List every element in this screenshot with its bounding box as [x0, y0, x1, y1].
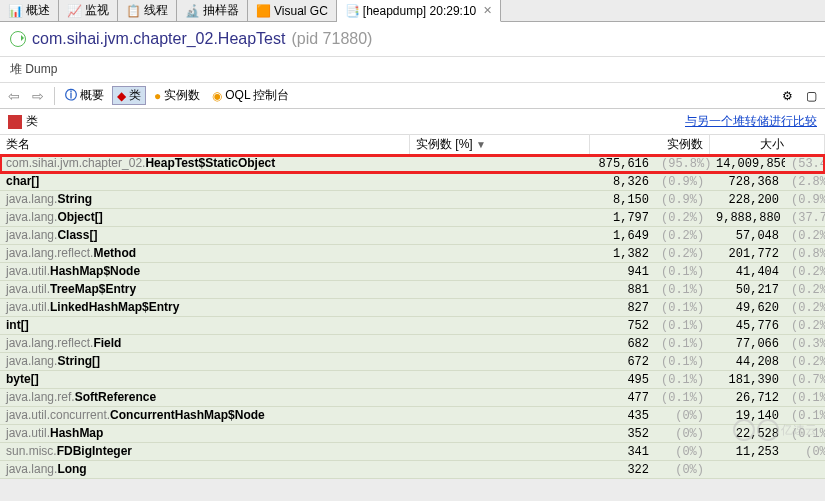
- count-pct-cell: (0.1%): [655, 300, 710, 316]
- close-icon[interactable]: ✕: [483, 4, 492, 17]
- refresh-icon[interactable]: [10, 31, 26, 47]
- tab-visualgc[interactable]: 🟧Visual GC: [248, 0, 337, 21]
- classes-icon: ◆: [117, 89, 126, 103]
- count-cell: 1,797: [590, 210, 655, 226]
- count-cell: 8,326: [590, 174, 655, 190]
- size-cell: 41,404: [710, 264, 785, 280]
- size-cell: 11,253: [710, 444, 785, 460]
- size-cell: 57,048: [710, 228, 785, 244]
- table-row[interactable]: java.lang.String[]672(0.1%)44,208(0.2%): [0, 353, 825, 371]
- size-pct-cell: (0.3%): [785, 336, 825, 352]
- count-pct-cell: (0.1%): [655, 264, 710, 280]
- table-row[interactable]: java.lang.reflect.Method1,382(0.2%)201,7…: [0, 245, 825, 263]
- section-label: 类: [26, 113, 38, 130]
- count-pct-cell: (0%): [655, 462, 710, 478]
- table-row[interactable]: java.lang.String8,150(0.9%)228,200(0.9%): [0, 191, 825, 209]
- count-cell: 1,649: [590, 228, 655, 244]
- count-pct-cell: (0.9%): [655, 192, 710, 208]
- oql-button[interactable]: ◉OQL 控制台: [208, 87, 293, 104]
- compare-link[interactable]: 与另一个堆转储进行比较: [685, 113, 817, 130]
- table-body: com.sihai.jvm.chapter_02.HeapTest$Static…: [0, 155, 825, 479]
- tab-threads[interactable]: 📋线程: [118, 0, 177, 21]
- count-pct-cell: (0.2%): [655, 228, 710, 244]
- settings-button[interactable]: ⚙: [777, 86, 797, 106]
- table-row[interactable]: java.lang.Object[]1,797(0.2%)9,888,880(3…: [0, 209, 825, 227]
- count-cell: 341: [590, 444, 655, 460]
- header-instances[interactable]: 实例数: [590, 134, 710, 155]
- table-row[interactable]: com.sihai.jvm.chapter_02.HeapTest$Static…: [0, 155, 825, 173]
- header-size[interactable]: 大小: [710, 134, 825, 155]
- pct-cell: [410, 379, 590, 381]
- count-pct-cell: (0.1%): [655, 372, 710, 388]
- instances-button[interactable]: ●实例数: [150, 87, 204, 104]
- class-name-cell: java.util.LinkedHashMap$Entry: [0, 299, 410, 316]
- pct-cell: [410, 163, 590, 165]
- size-pct-cell: (0.2%): [785, 354, 825, 370]
- count-pct-cell: (0.1%): [655, 318, 710, 334]
- class-name-cell: java.util.HashMap: [0, 425, 410, 442]
- count-cell: 875,616: [590, 156, 655, 172]
- instances-icon: ●: [154, 89, 161, 103]
- table-row[interactable]: java.util.TreeMap$Entry881(0.1%)50,217(0…: [0, 281, 825, 299]
- count-cell: 1,382: [590, 246, 655, 262]
- count-pct-cell: (0.1%): [655, 282, 710, 298]
- forward-button[interactable]: ⇨: [28, 86, 48, 106]
- separator: [54, 87, 55, 105]
- class-name-cell: int[]: [0, 317, 410, 334]
- table-row[interactable]: sun.misc.FDBigInteger341(0%)11,253(0%): [0, 443, 825, 461]
- toolbar: ⇦ ⇨ ⓘ概要 ◆类 ●实例数 ◉OQL 控制台 ⚙ ▢: [0, 83, 825, 109]
- size-cell: 201,772: [710, 246, 785, 262]
- table-row[interactable]: java.lang.Class[]1,649(0.2%)57,048(0.2%): [0, 227, 825, 245]
- table-row[interactable]: java.util.HashMap$Node941(0.1%)41,404(0.…: [0, 263, 825, 281]
- table-row[interactable]: java.util.concurrent.ConcurrentHashMap$N…: [0, 407, 825, 425]
- pct-cell: [410, 217, 590, 219]
- size-pct-cell: (0.9%): [785, 192, 825, 208]
- pct-cell: [410, 325, 590, 327]
- classes-button[interactable]: ◆类: [112, 86, 146, 105]
- count-cell: 827: [590, 300, 655, 316]
- watermark: 亿速云: [733, 419, 817, 441]
- watermark-icon: [733, 419, 755, 441]
- tab-overview[interactable]: 📊概述: [0, 0, 59, 21]
- back-button[interactable]: ⇦: [4, 86, 24, 106]
- header-classname[interactable]: 类名: [0, 134, 410, 155]
- size-cell: [710, 469, 785, 471]
- count-cell: 941: [590, 264, 655, 280]
- heap-icon: 📑: [345, 4, 359, 18]
- table-row[interactable]: java.lang.Long322(0%): [0, 461, 825, 479]
- size-pct-cell: (0.2%): [785, 318, 825, 334]
- table-row[interactable]: java.lang.reflect.Field682(0.1%)77,066(0…: [0, 335, 825, 353]
- count-pct-cell: (0.9%): [655, 174, 710, 190]
- pct-cell: [410, 235, 590, 237]
- pct-cell: [410, 361, 590, 363]
- table-row[interactable]: int[]752(0.1%)45,776(0.2%): [0, 317, 825, 335]
- size-cell: 728,368: [710, 174, 785, 190]
- count-pct-cell: (0.2%): [655, 246, 710, 262]
- size-pct-cell: (0.2%): [785, 300, 825, 316]
- table-row[interactable]: char[]8,326(0.9%)728,368(2.8%): [0, 173, 825, 191]
- table-row[interactable]: java.util.LinkedHashMap$Entry827(0.1%)49…: [0, 299, 825, 317]
- table-row[interactable]: byte[]495(0.1%)181,390(0.7%): [0, 371, 825, 389]
- table-row[interactable]: java.lang.ref.SoftReference477(0.1%)26,7…: [0, 389, 825, 407]
- tab-monitor[interactable]: 📈监视: [59, 0, 118, 21]
- count-cell: 881: [590, 282, 655, 298]
- pct-cell: [410, 289, 590, 291]
- sampler-icon: 🔬: [185, 4, 199, 18]
- count-cell: 322: [590, 462, 655, 478]
- count-pct-cell: (0.1%): [655, 354, 710, 370]
- size-pct-cell: (0%): [785, 444, 825, 460]
- header-instances-pct[interactable]: 实例数 [%] ▼: [410, 134, 590, 155]
- tab-heap[interactable]: 📑[heapdump] 20:29:10✕: [337, 0, 501, 22]
- pct-cell: [410, 397, 590, 399]
- size-pct-cell: (0.7%): [785, 372, 825, 388]
- pct-cell: [410, 199, 590, 201]
- count-cell: 495: [590, 372, 655, 388]
- tab-sampler[interactable]: 🔬抽样器: [177, 0, 248, 21]
- class-name-cell: char[]: [0, 173, 410, 190]
- count-pct-cell: (0.1%): [655, 336, 710, 352]
- table-row[interactable]: java.util.HashMap352(0%)22,528(0.1%): [0, 425, 825, 443]
- class-name-cell: byte[]: [0, 371, 410, 388]
- expand-button[interactable]: ▢: [801, 86, 821, 106]
- summary-button[interactable]: ⓘ概要: [61, 87, 108, 104]
- size-pct-cell: (0.2%): [785, 264, 825, 280]
